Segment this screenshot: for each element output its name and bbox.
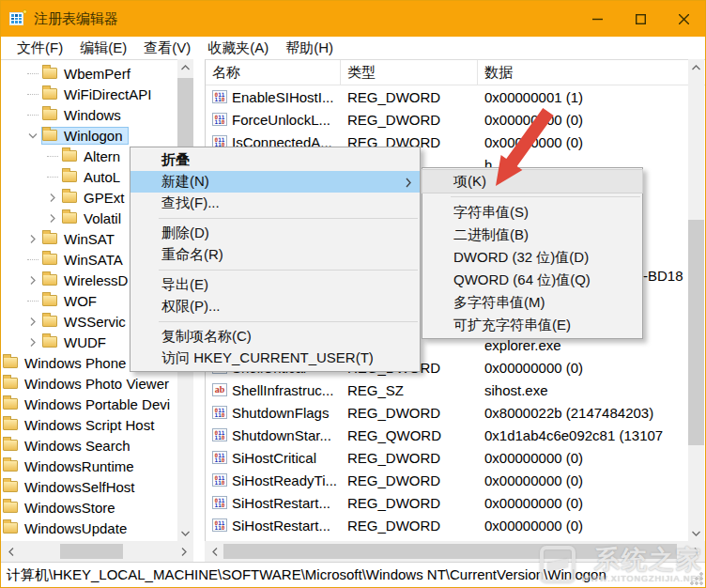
submenu-item-1[interactable]: 字符串值(S) [422, 201, 642, 224]
value-row[interactable]: abShellInfrastruc...REG_SZsihost.exe [206, 379, 706, 401]
value-name: EnableSIHostI... [232, 89, 333, 105]
tree-expander[interactable] [46, 191, 59, 204]
tree-item-windowsstore[interactable]: WindowsStore [1, 497, 172, 518]
value-type: REG_SZ [341, 382, 478, 398]
menu-item-label: DWORD (32 位)值(D) [453, 249, 589, 267]
menubar-item-0[interactable]: 文件(F) [8, 38, 71, 59]
value-name: ShutdownFlags [232, 405, 329, 421]
context-menu-item-1[interactable]: 新建(N) [130, 171, 420, 193]
value-row[interactable]: 011110ForceUnlockL...REG_DWORD0x00000000… [206, 108, 706, 131]
list-vscroll-thumb[interactable] [688, 220, 704, 445]
tree-item-windows-script-host[interactable]: Windows Script Host [1, 414, 172, 435]
value-name-cell: 011110ForceUnlockL... [206, 112, 341, 128]
minimize-button[interactable] [576, 1, 619, 37]
context-menu-item-3[interactable]: 删除(D) [130, 223, 420, 244]
scroll-down-icon[interactable] [688, 525, 704, 541]
value-data: explorer.exe [478, 337, 706, 353]
scroll-left-icon[interactable] [3, 541, 19, 562]
value-row[interactable]: 011110EnableSIHostI...REG_DWORD0x0000000… [206, 85, 706, 108]
value-row[interactable]: 011110ShutdownFlagsREG_DWORD0x8000022b (… [206, 401, 706, 424]
value-name-cell: 011110ShutdownStar... [206, 427, 341, 443]
column-header-name[interactable]: 名称 [206, 60, 341, 85]
menu-item-label: QWORD (64 位)值(Q) [453, 271, 591, 289]
submenu-item-5[interactable]: 多字符串值(M) [422, 291, 642, 314]
tree-horizontal-scrollbar[interactable] [1, 541, 193, 562]
tree-expander[interactable] [26, 129, 39, 142]
value-data: 0x00000000 (0) [478, 472, 706, 488]
tree-item-windowsupdate[interactable]: WindowsUpdate [1, 518, 172, 538]
context-menu-item-7[interactable]: 复制项名称(C) [130, 326, 420, 348]
submenu-item-3[interactable]: DWORD (32 位)值(D) [422, 246, 642, 269]
tree-hscroll-thumb[interactable] [60, 544, 123, 559]
scroll-right-icon[interactable] [688, 541, 704, 562]
tree-expander[interactable] [46, 211, 59, 224]
tree-item-label: AutoL [82, 169, 122, 185]
list-horizontal-scrollbar[interactable] [205, 541, 706, 562]
menubar-item-3[interactable]: 收藏夹(A) [199, 38, 277, 59]
close-button[interactable] [662, 1, 705, 37]
menu-separator [159, 218, 418, 219]
context-menu-item-5[interactable]: 导出(E) [130, 274, 420, 296]
folder-icon [3, 481, 18, 492]
value-data: 0x00000000 (0) [478, 360, 706, 376]
list-vertical-scrollbar[interactable] [688, 59, 704, 541]
context-menu-item-4[interactable]: 重命名(R) [130, 244, 420, 266]
value-row[interactable]: 011110ShutdownStar...REG_QWORD0x1d1ab4c6… [206, 424, 706, 446]
menubar-item-2[interactable]: 查看(V) [135, 38, 199, 59]
string-value-icon: ab [212, 383, 227, 396]
menu-item-label: 新建(N) [161, 173, 209, 191]
tree-item-label: Windows Portable Devi [23, 396, 172, 412]
tree-item-label: WinSAT [62, 231, 116, 247]
context-menu-item-6[interactable]: 权限(P)... [130, 296, 420, 317]
folder-icon [42, 254, 57, 265]
context-menu-item-2[interactable]: 查找(F)... [130, 193, 420, 214]
tree-item-wifidirectapi[interactable]: WiFiDirectAPI [1, 84, 172, 104]
maximize-button[interactable] [619, 1, 662, 37]
tree-expander[interactable] [26, 232, 39, 245]
value-name: SiHostRestart... [232, 518, 330, 534]
column-header-data[interactable]: 数据 [478, 60, 706, 85]
tree-expander[interactable] [26, 335, 39, 348]
scroll-up-icon[interactable] [177, 59, 193, 75]
context-menu-item-8[interactable]: 访问 HKEY_CURRENT_USER(T) [130, 348, 420, 369]
column-header-type[interactable]: 类型 [341, 60, 478, 85]
tree-item-wbemperf[interactable]: WbemPerf [1, 63, 172, 84]
folder-icon [3, 419, 18, 430]
tree-connector [46, 170, 59, 183]
scroll-down-icon[interactable] [177, 525, 193, 541]
folder-icon [42, 68, 57, 79]
scroll-right-icon[interactable] [176, 541, 192, 562]
tree-item-windows-search[interactable]: Windows Search [1, 435, 172, 456]
tree-item-windows-photo-viewer[interactable]: Windows Photo Viewer [1, 373, 172, 394]
tree-expander[interactable] [26, 315, 39, 328]
submenu-item-2[interactable]: 二进制值(B) [422, 224, 642, 246]
value-row[interactable]: 011110SiHostRestart...REG_DWORD0x0000000… [206, 491, 706, 514]
menu-item-label: 折叠 [161, 151, 190, 169]
folder-icon [3, 398, 18, 410]
tree-item-windows[interactable]: Windows [1, 104, 172, 125]
value-row[interactable]: 011110SiHostCriticalREG_DWORD0x00000000 … [206, 446, 706, 469]
submenu-item-6[interactable]: 可扩充字符串值(E) [422, 314, 642, 336]
tree-item-windowsruntime[interactable]: WindowsRuntime [1, 456, 172, 476]
registry-app-icon [9, 10, 26, 27]
tree-item-windows-portable-devi[interactable]: Windows Portable Devi [1, 394, 172, 414]
tree-item-label: Altern [82, 148, 122, 164]
resize-grip[interactable] [690, 572, 703, 585]
tree-item-winlogon[interactable]: Winlogon [1, 125, 172, 146]
submenu-item-4[interactable]: QWORD (64 位)值(Q) [422, 269, 642, 291]
tree-item-label: WirelessD [62, 272, 130, 288]
value-row[interactable]: 011110SiHostReadyTi...REG_DWORD0x0000000… [206, 469, 706, 491]
dword-value-icon: 011110 [212, 496, 227, 509]
tree-item-label: Windows [62, 107, 123, 123]
scroll-left-icon[interactable] [207, 541, 223, 562]
menu-item-label: 二进制值(B) [453, 226, 529, 244]
list-hscroll-thumb[interactable] [223, 544, 677, 559]
tree-expander[interactable] [26, 273, 39, 286]
tree-item-windowsselfhost[interactable]: WindowsSelfHost [1, 476, 172, 497]
menubar-item-1[interactable]: 编辑(E) [71, 38, 135, 59]
scroll-up-icon[interactable] [688, 59, 704, 75]
value-row[interactable]: 011110SiHostRestart...REG_DWORD0x0000000… [206, 514, 706, 536]
context-menu-item-0[interactable]: 折叠 [130, 149, 420, 171]
menu-item-label: 导出(E) [161, 276, 208, 294]
menubar-item-4[interactable]: 帮助(H) [277, 38, 342, 59]
